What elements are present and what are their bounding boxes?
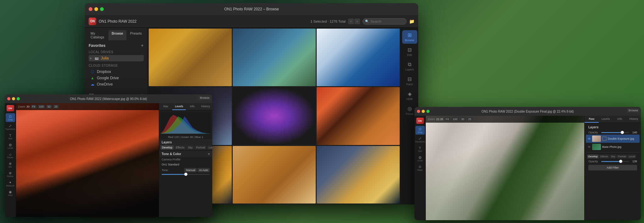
nav-arrows: ‹ › [348, 19, 360, 24]
photo-cell-3[interactable] [317, 29, 400, 86]
sidebar-pano-button[interactable]: ⊟ Pano [402, 74, 417, 88]
right-tool-local[interactable]: ◍ Local [415, 154, 425, 163]
right-develop-tab[interactable]: Develop [587, 154, 599, 159]
right-local-tab[interactable]: Local [628, 154, 636, 159]
photo-cell-1[interactable] [149, 29, 232, 86]
right-close-button[interactable] [417, 110, 420, 113]
effects-tab[interactable]: Effects [174, 145, 186, 150]
right-effects-tab[interactable]: Effects [599, 154, 609, 159]
right-portrait-tab[interactable]: Portrait [617, 154, 627, 159]
sidebar-edit-button[interactable]: ⊟ Edit [402, 45, 417, 59]
right-fit-btn[interactable]: Fit [445, 117, 450, 121]
prev-arrow[interactable]: ‹ [348, 19, 354, 24]
develop-tab[interactable]: Develop [160, 145, 174, 150]
onedrive-label: OneDrive [97, 82, 113, 86]
tool-view[interactable]: ◉ View [6, 189, 15, 198]
tool-transform[interactable]: ⤢ Transform [6, 123, 15, 131]
right-30-btn[interactable]: 30 [460, 117, 466, 121]
sidebar-layers-button[interactable]: ⧉ Layers [402, 60, 417, 73]
left-tools-panel: ON ⊡ Crop ⤢ Transform T Text ◍ Local ☺ F… [5, 103, 16, 217]
right-history-tab[interactable]: History [627, 116, 641, 123]
opacity-slider-2[interactable] [601, 161, 629, 162]
favorites-add-button[interactable]: + [141, 43, 144, 48]
local-drives-label: Local Drives [89, 50, 144, 54]
layer-item-1[interactable]: 👁 Double Exposure.jpg [586, 135, 640, 143]
slider-1[interactable] [162, 174, 210, 175]
right-minimize-button[interactable] [422, 110, 425, 113]
left-fit-btn[interactable]: Fit [31, 105, 36, 109]
right-tool-text[interactable]: T Text [415, 145, 425, 153]
right-tool-crop[interactable]: ⊡ Crop [415, 126, 425, 135]
add-filter-button[interactable]: Add Filter [588, 165, 637, 170]
opacity-slider-1[interactable] [601, 132, 629, 133]
left-info-tab[interactable]: Info [186, 103, 199, 110]
opacity-label-1: Opacity [588, 131, 598, 134]
edit-label: Edit [407, 53, 412, 57]
close-button[interactable] [89, 7, 92, 11]
right-tool-mask[interactable]: ⊙ Mask [415, 164, 425, 172]
favorites-title: Favorites [89, 43, 105, 48]
tool-refine[interactable]: ⊗ Refine [6, 170, 15, 179]
folder-icon[interactable]: 📁 [409, 19, 414, 24]
photo-cell-9[interactable] [317, 146, 400, 203]
retouch-icon: ✦ [9, 181, 12, 185]
sky-tab[interactable]: Sky [186, 145, 194, 150]
sidebar-item-onedrive[interactable]: ☁ OneDrive [89, 81, 144, 87]
sidebar-item-google-drive[interactable]: ▲ Google Drive [89, 75, 144, 81]
layers-panel-title: Layers [586, 124, 640, 130]
left-close-button[interactable] [7, 97, 10, 100]
right-photo-canvas[interactable]: Zoom 22.35 Fit 100 30 25 [426, 116, 584, 220]
sidebar-item-julia[interactable]: ▶ 🖴 Julia [89, 55, 144, 61]
sidebar-item-dropbox[interactable]: ⬡ Dropbox [89, 69, 144, 75]
ai-auto-button[interactable]: AI Auto [197, 168, 210, 172]
left-92-btn[interactable]: 92 [46, 105, 52, 109]
left-fullscreen-button[interactable] [17, 97, 20, 100]
left-25-btn[interactable]: 25 [53, 105, 59, 109]
left-levels-tab[interactable]: Levels [172, 103, 186, 110]
right-sky-tab[interactable]: Sky [610, 154, 616, 159]
photo-cell-5[interactable] [233, 87, 316, 145]
right-levels-tab[interactable]: Levels [599, 116, 613, 123]
photo-cell-6[interactable] [317, 87, 400, 145]
next-arrow[interactable]: › [354, 19, 360, 24]
tab-presets[interactable]: Presets [127, 30, 145, 40]
tool-text[interactable]: T Text [6, 132, 15, 141]
left-nav-tab[interactable]: Nav [159, 103, 172, 110]
sidebar-hdr-button[interactable]: ◈ HDR [402, 89, 417, 103]
tab-browse[interactable]: Browse [108, 30, 126, 40]
left-100-btn[interactable]: 100 [38, 105, 45, 109]
fullscreen-button[interactable] [100, 7, 104, 11]
right-zoom-value: 22.35 [436, 118, 443, 121]
photo-cell-8[interactable] [233, 146, 316, 203]
minimize-button[interactable] [94, 7, 98, 11]
manual-button[interactable]: Manual [184, 168, 197, 172]
right-info-tab[interactable]: Info [613, 116, 627, 123]
layer-visibility-icon-1[interactable]: 👁 [588, 137, 591, 141]
chevron-collapse-icon[interactable]: ▾ [208, 152, 210, 156]
left-minimize-button[interactable] [12, 97, 15, 100]
right-fullscreen-button[interactable] [426, 110, 430, 113]
layer-item-2[interactable]: 👁 Base Photo.jpg [586, 143, 640, 151]
portrait-tab[interactable]: Portrait [194, 145, 207, 150]
search-wrapper: 🔍 [363, 18, 407, 25]
left-zoom-value: 30 [26, 105, 30, 108]
tool-local[interactable]: ◍ Local [6, 142, 15, 150]
right-raw-tab[interactable]: Raw [585, 116, 599, 123]
tab-my-catalogs[interactable]: My Catalogs [87, 30, 108, 40]
tool-faces[interactable]: ☺ Faces [6, 151, 15, 160]
search-input[interactable] [363, 18, 407, 25]
tool-mix[interactable]: ⊕ Mix [6, 160, 15, 169]
photo-cell-2[interactable] [233, 29, 316, 86]
right-25-btn[interactable]: 25 [467, 117, 473, 121]
tool-retouch[interactable]: ✦ Retouch [6, 179, 15, 188]
right-100-btn[interactable]: 100 [452, 117, 459, 121]
local-tab[interactable]: Local [207, 145, 212, 150]
tool-crop[interactable]: ⊡ Crop [6, 113, 15, 122]
layer-visibility-icon-2[interactable]: 👁 [588, 145, 591, 149]
left-photo-canvas[interactable]: Zoom 30 Fit 100 92 25 [16, 103, 159, 217]
left-history-tab[interactable]: History [199, 103, 212, 110]
sidebar-browse-button[interactable]: ⊞ Browse [402, 30, 417, 44]
right-tool-transform[interactable]: ⤢ Transform [415, 135, 425, 144]
faces-label: Faces [7, 156, 13, 159]
main-titlebar: ON1 Photo RAW 2022 – Browse [85, 3, 418, 15]
